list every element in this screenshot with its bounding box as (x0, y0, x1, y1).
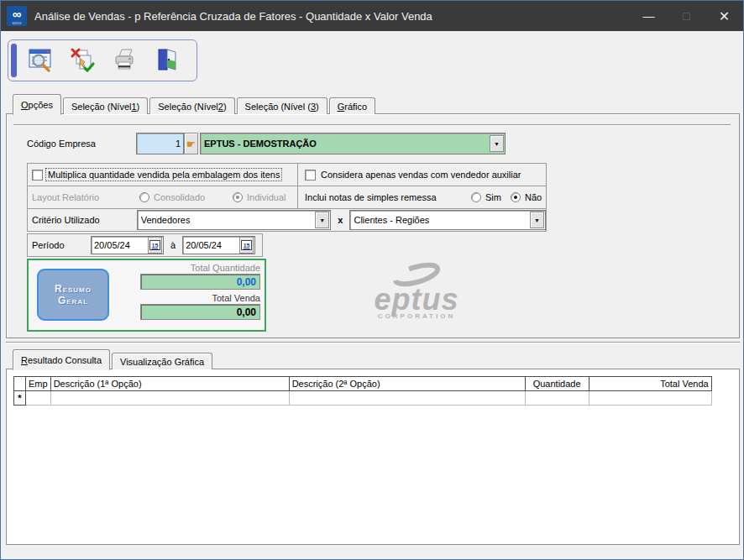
total-venda-value: 0,00 (237, 306, 256, 318)
vendedor-auxiliar-checkbox[interactable] (305, 170, 316, 181)
bevel-divider (13, 124, 731, 126)
codigo-empresa-row: Código Empresa 1 ☛ EPTUS - DEMOSTRAÇÃO ▼ (27, 133, 506, 154)
codigo-empresa-input[interactable]: 1 (136, 133, 184, 154)
bottom-tabstrip: Resultado Consulta Visualização Gráfica (13, 350, 214, 369)
criterio-2-combobox[interactable]: Clientes - Regiões ▼ (349, 210, 546, 230)
criterio-2-value: Clientes - Regiões (350, 215, 530, 225)
sim-radio-label[interactable]: Sim (485, 192, 511, 202)
company-lookup-button[interactable]: ☛ (184, 133, 198, 154)
vendedor-auxiliar-groupbox: Considera apenas vendas com vendedor aux… (297, 163, 547, 186)
maximize-button[interactable]: □ (668, 1, 705, 31)
close-button[interactable]: ✕ (705, 1, 743, 31)
tab-opcoes[interactable]: Opções (13, 94, 61, 115)
periodo-from-input[interactable]: 20/05/24 15 (91, 236, 164, 254)
criterio-label: Critério Utilizado (32, 215, 137, 225)
resumo-geral-button[interactable]: Resumo Geral (37, 269, 109, 321)
simples-remessa-groupbox: Inclui notas de simples remessa Sim Não (297, 186, 547, 209)
consolidado-radio-label[interactable]: Consolidado (154, 192, 233, 202)
print-button[interactable] (106, 43, 143, 78)
options-page: Código Empresa 1 ☛ EPTUS - DEMOSTRAÇÃO ▼… (6, 113, 740, 338)
clear-query-icon (69, 46, 96, 76)
minimize-button[interactable]: — (630, 1, 668, 31)
app-window: ∞eptus Análise de Vendas - p Referência … (0, 0, 744, 560)
total-quantidade-label: Total Quantidade (140, 263, 260, 273)
vendedor-auxiliar-checkbox-label[interactable]: Considera apenas vendas com vendedor aux… (321, 170, 521, 180)
grid-indicator-header (14, 377, 26, 391)
multiplica-checkbox-label[interactable]: Multiplica quantidade vendida pela embal… (46, 169, 281, 181)
simples-remessa-label: Inclui notas de simples remessa (305, 192, 471, 202)
codigo-empresa-value: 1 (176, 139, 181, 149)
layout-relatorio-groupbox: Layout Relatório Consolidado Individual (27, 186, 298, 209)
eptus-watermark: eptus CORPORATION (333, 262, 500, 320)
grid-header-descricao-2[interactable]: Descrição (2ª Opção) (289, 377, 525, 391)
multiplica-checkbox[interactable] (32, 170, 43, 181)
resumo-geral-button-line1: Resumo (55, 283, 92, 295)
grid-header-row: Emp Descrição (1ª Opção) Descrição (2ª O… (14, 377, 712, 391)
toolbar-gripper[interactable] (11, 44, 17, 77)
section-divider (6, 342, 740, 343)
criterio-1-combobox[interactable]: Vendedores ▼ (137, 210, 332, 230)
resumo-geral-button-line2: Geral (58, 295, 88, 306)
grid-cell-total-venda[interactable] (589, 391, 711, 406)
grid-cell-emp[interactable] (26, 391, 51, 406)
grid-header-quantidade[interactable]: Quantidade (525, 377, 589, 391)
tab-visualizacao-grafica[interactable]: Visualização Gráfica (112, 353, 212, 369)
grid-empty-row: * (14, 391, 712, 406)
company-dropdown-arrow-icon[interactable]: ▼ (490, 135, 504, 152)
nao-radio-label[interactable]: Não (525, 192, 542, 202)
criterio-1-dropdown-arrow-icon[interactable]: ▼ (315, 212, 329, 228)
tab-grafico[interactable]: Gráfico (329, 97, 375, 114)
individual-radio[interactable] (233, 192, 243, 202)
grid-header-total-venda[interactable]: Total Venda (589, 377, 711, 391)
window-controls: — □ ✕ (630, 1, 743, 31)
tab-selecao-nivel-1[interactable]: Seleção (Nível 1) (63, 97, 148, 114)
results-page: Emp Descrição (1ª Opção) Descrição (2ª O… (6, 369, 740, 545)
tab-selecao-nivel-2[interactable]: Seleção (Nível 2) (149, 97, 234, 114)
criterio-2-dropdown-arrow-icon[interactable]: ▼ (530, 212, 544, 228)
grid-header-descricao-1[interactable]: Descrição (1ª Opção) (50, 377, 289, 391)
periodo-from-calendar-button[interactable]: 15 (148, 237, 162, 254)
criterio-separator: x (338, 215, 343, 225)
criterio-groupbox: Critério Utilizado Vendedores ▼ x Client… (27, 208, 547, 232)
periodo-to-value: 20/05/24 (183, 240, 239, 250)
resumo-panel: Resumo Geral Total Quantidade 0,00 Total… (27, 259, 266, 332)
exit-button[interactable] (148, 43, 185, 78)
app-logo-icon: ∞eptus (7, 6, 27, 26)
tab-selecao-nivel-3[interactable]: Seleção (Nível (3) (237, 97, 327, 114)
preview-report-icon (27, 46, 54, 76)
consolidado-radio[interactable] (139, 192, 149, 202)
print-icon (111, 46, 138, 76)
periodo-to-calendar-button[interactable]: 15 (239, 237, 254, 254)
pointing-hand-icon: ☛ (186, 139, 196, 149)
clear-query-button[interactable] (64, 43, 101, 78)
total-venda-field: 0,00 (140, 304, 260, 320)
tab-resultado-consulta[interactable]: Resultado Consulta (13, 349, 110, 370)
grid-cell-quantidade[interactable] (525, 391, 589, 406)
results-grid: Emp Descrição (1ª Opção) Descrição (2ª O… (13, 376, 712, 406)
periodo-to-input[interactable]: 20/05/24 15 (182, 236, 255, 254)
nao-radio[interactable] (511, 192, 521, 202)
periodo-from-value: 20/05/24 (92, 240, 148, 250)
company-name: EPTUS - DEMOSTRAÇÃO (201, 139, 490, 149)
company-combobox[interactable]: EPTUS - DEMOSTRAÇÃO ▼ (200, 133, 506, 154)
titlebar: ∞eptus Análise de Vendas - p Referência … (1, 1, 743, 31)
watermark-name: eptus (333, 289, 500, 311)
total-quantidade-value: 0,00 (237, 276, 256, 288)
sim-radio[interactable] (471, 192, 481, 202)
exit-door-icon (153, 46, 180, 76)
preview-report-button[interactable] (22, 43, 59, 78)
periodo-to-label: à (170, 240, 176, 250)
toolbar (8, 39, 197, 81)
grid-cell-descricao-1[interactable] (50, 391, 289, 406)
periodo-groupbox: Período 20/05/24 15 à 20/05/24 15 (27, 233, 263, 257)
grid-cell-descricao-2[interactable] (289, 391, 525, 406)
main-tabstrip: Opções Seleção (Nível 1) Seleção (Nível … (13, 95, 377, 114)
svg-text:∞: ∞ (13, 7, 22, 21)
individual-radio-label[interactable]: Individual (247, 192, 286, 202)
multiplica-groupbox: Multiplica quantidade vendida pela embal… (27, 163, 298, 186)
calendar-icon: 15 (149, 240, 160, 250)
total-quantidade-field: 0,00 (140, 274, 260, 290)
grid-header-emp[interactable]: Emp (26, 377, 51, 391)
layout-relatorio-label: Layout Relatório (32, 192, 139, 202)
total-venda-label: Total Venda (140, 293, 260, 303)
